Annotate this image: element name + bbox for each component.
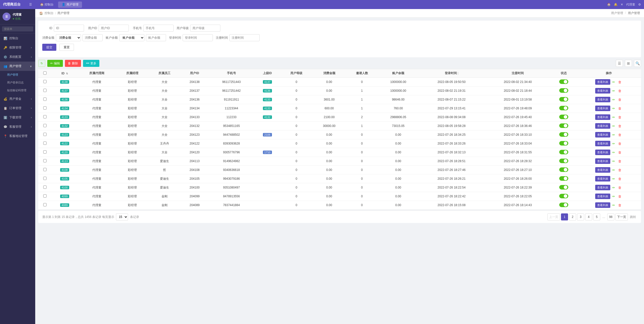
sidebar-item-service[interactable]: 💬 客服管理 › bbox=[0, 122, 35, 131]
row-select-checkbox[interactable] bbox=[43, 89, 47, 92]
settings-icon[interactable]: ⚙ bbox=[638, 3, 641, 6]
more-btn[interactable]: ••• 更多 bbox=[83, 60, 99, 67]
nav-menu-icon[interactable]: ☰ bbox=[26, 2, 35, 7]
consume-input[interactable] bbox=[83, 34, 103, 41]
edit-row-btn[interactable]: ✏ bbox=[611, 167, 616, 173]
page-4-btn[interactable]: 4 bbox=[585, 213, 592, 220]
detail-btn[interactable]: 查看列表 bbox=[595, 176, 610, 181]
detail-btn[interactable]: 查看列表 bbox=[595, 141, 610, 146]
delete-btn[interactable]: 🗑 删除 bbox=[65, 60, 81, 67]
delete-row-btn[interactable]: 🗑 bbox=[617, 167, 622, 173]
col-id[interactable]: ID ⇅ bbox=[52, 69, 77, 78]
reset-btn[interactable]: 重置 bbox=[59, 44, 74, 51]
sidebar-item-config[interactable]: ⚙️ 系统配置 › bbox=[0, 52, 35, 62]
delete-row-btn[interactable]: 🗑 bbox=[617, 88, 622, 94]
row-select-checkbox[interactable] bbox=[43, 142, 47, 145]
row-select-checkbox[interactable] bbox=[43, 124, 47, 127]
sidebar-item-address[interactable]: 📍 客服地址管理 bbox=[0, 131, 35, 141]
row-select-checkbox[interactable] bbox=[43, 177, 47, 180]
row-select-checkbox[interactable] bbox=[43, 133, 47, 136]
edit-row-btn[interactable]: ✏ bbox=[611, 194, 616, 199]
detail-btn[interactable]: 查看列表 bbox=[595, 106, 610, 111]
detail-btn[interactable]: 查看列表 bbox=[595, 185, 610, 190]
row-select-checkbox[interactable] bbox=[43, 106, 47, 110]
search-icon-btn[interactable]: 🔍 bbox=[634, 60, 641, 67]
list-view-btn[interactable]: ☰ bbox=[616, 60, 623, 67]
balance-input[interactable] bbox=[146, 34, 166, 41]
grid-view-btn[interactable]: ⊞ bbox=[625, 60, 632, 67]
select-all-checkbox[interactable] bbox=[43, 71, 47, 75]
close-icon[interactable]: ✕ bbox=[621, 3, 623, 6]
edit-row-btn[interactable]: ✏ bbox=[611, 123, 616, 129]
breadcrumb-item-dashboard[interactable]: 控制台 bbox=[45, 11, 54, 15]
row-select-checkbox[interactable] bbox=[43, 150, 47, 154]
reg-time-input[interactable] bbox=[229, 34, 260, 41]
edit-row-btn[interactable]: ✏ bbox=[611, 176, 616, 181]
edit-row-btn[interactable]: ✏ bbox=[611, 141, 616, 146]
balance-operator-select[interactable]: 账户余额 ≥ ≤ bbox=[119, 34, 144, 41]
sidebar-item-user[interactable]: 👥 用户管理 ∨ bbox=[0, 62, 35, 71]
level-input[interactable] bbox=[190, 25, 220, 32]
delete-row-btn[interactable]: 🗑 bbox=[617, 106, 622, 111]
consume-operator-select[interactable]: 消费金额 ≥ ≤ bbox=[56, 34, 81, 41]
home-icon[interactable]: 🏠 bbox=[607, 3, 611, 6]
delete-row-btn[interactable]: 🗑 bbox=[617, 79, 622, 85]
delete-row-btn[interactable]: 🗑 bbox=[617, 123, 622, 129]
nav-user-mgmt[interactable]: 👤 用户管理 bbox=[58, 2, 82, 8]
status-toggle[interactable] bbox=[559, 97, 568, 102]
page-5-btn[interactable]: 5 bbox=[593, 213, 600, 220]
detail-btn[interactable]: 查看列表 bbox=[595, 79, 610, 85]
bell-icon[interactable]: 🔔 bbox=[614, 3, 618, 6]
status-toggle[interactable] bbox=[559, 141, 568, 146]
breadcrumb-right-user-mgmt[interactable]: 用户管理 bbox=[611, 11, 623, 15]
sidebar-search-input[interactable] bbox=[2, 26, 33, 31]
status-toggle[interactable] bbox=[559, 194, 568, 198]
delete-row-btn[interactable]: 🗑 bbox=[617, 194, 622, 199]
status-toggle[interactable] bbox=[559, 159, 568, 163]
status-toggle[interactable] bbox=[559, 132, 568, 137]
detail-btn[interactable]: 查看列表 bbox=[595, 158, 610, 164]
sidebar-sub-sms[interactable]: 短信验证码管理 bbox=[0, 86, 35, 94]
row-select-checkbox[interactable] bbox=[43, 115, 47, 118]
delete-row-btn[interactable]: 🗑 bbox=[617, 202, 622, 208]
page-2-btn[interactable]: 2 bbox=[569, 213, 576, 220]
edit-row-btn[interactable]: ✏ bbox=[611, 88, 616, 94]
page-1-btn[interactable]: 1 bbox=[561, 213, 568, 220]
detail-btn[interactable]: 查看列表 bbox=[595, 194, 610, 199]
row-select-checkbox[interactable] bbox=[43, 186, 47, 189]
status-toggle[interactable] bbox=[559, 106, 568, 110]
edit-row-btn[interactable]: ✏ bbox=[611, 79, 616, 85]
sidebar-item-dashboard[interactable]: 📊 控制台 bbox=[0, 34, 35, 43]
status-toggle[interactable] bbox=[559, 79, 568, 84]
nav-dashboard[interactable]: 🏠 控制台 bbox=[36, 2, 57, 8]
status-toggle[interactable] bbox=[559, 123, 568, 128]
status-toggle[interactable] bbox=[559, 115, 568, 119]
page-3-btn[interactable]: 3 bbox=[577, 213, 584, 220]
detail-btn[interactable]: 查看列表 bbox=[595, 114, 610, 120]
delete-row-btn[interactable]: 🗑 bbox=[617, 185, 622, 190]
row-select-checkbox[interactable] bbox=[43, 159, 47, 162]
user-id-input[interactable] bbox=[99, 25, 129, 32]
edit-row-btn[interactable]: ✏ bbox=[611, 97, 616, 102]
delete-row-btn[interactable]: 🗑 bbox=[617, 150, 622, 155]
edit-row-btn[interactable]: ✏ bbox=[611, 106, 616, 111]
edit-row-btn[interactable]: ✏ bbox=[611, 132, 616, 137]
row-select-checkbox[interactable] bbox=[43, 80, 47, 83]
edit-row-btn[interactable]: ✏ bbox=[611, 185, 616, 190]
edit-row-btn[interactable]: ✏ bbox=[611, 150, 616, 155]
status-toggle[interactable] bbox=[559, 176, 568, 181]
status-toggle[interactable] bbox=[559, 203, 568, 207]
phone-input[interactable] bbox=[143, 25, 174, 32]
status-toggle[interactable] bbox=[559, 185, 568, 190]
edit-row-btn[interactable]: ✏ bbox=[611, 114, 616, 120]
edit-row-btn[interactable]: ✏ bbox=[611, 202, 616, 208]
next-page-btn[interactable]: 下一页 bbox=[615, 213, 628, 220]
prev-page-btn[interactable]: 上一页 bbox=[547, 213, 560, 220]
detail-btn[interactable]: 查看列表 bbox=[595, 123, 610, 129]
sidebar-item-permission[interactable]: 🔑 权限管理 › bbox=[0, 43, 35, 52]
status-toggle[interactable] bbox=[559, 167, 568, 172]
user-label[interactable]: 代理童 bbox=[626, 3, 635, 7]
sidebar-item-order[interactable]: 📋 订单管理 › bbox=[0, 104, 35, 113]
sidebar-sub-login-log[interactable]: 用户登录日志 bbox=[0, 79, 35, 86]
page-size-select[interactable]: 15 30 50 bbox=[116, 213, 128, 220]
